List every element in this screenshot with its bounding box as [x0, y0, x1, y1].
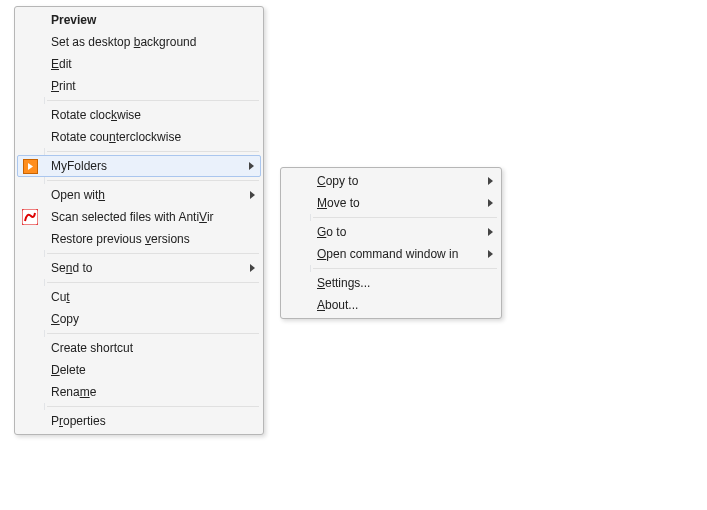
menu-separator — [47, 180, 259, 181]
submenu-arrow-icon — [488, 250, 493, 258]
submenu-item-move-to[interactable]: Move to — [283, 192, 499, 214]
menu-item-scan-antivir[interactable]: Scan selected files with AntiVir — [17, 206, 261, 228]
menu-label: Restore previous versions — [43, 232, 243, 246]
menu-label: Move to — [309, 196, 481, 210]
antivir-icon — [22, 209, 38, 225]
menu-label: Settings... — [309, 276, 481, 290]
menu-separator — [47, 151, 259, 152]
menu-label: Send to — [43, 261, 243, 275]
menu-item-rotate-cw[interactable]: Rotate clockwise — [17, 104, 261, 126]
menu-label: Rotate counterclockwise — [43, 130, 243, 144]
submenu-item-go-to[interactable]: Go to — [283, 221, 499, 243]
menu-label: Open command window in — [309, 247, 481, 261]
menu-label: Rotate clockwise — [43, 108, 243, 122]
menu-item-set-desktop-background[interactable]: Set as desktop background — [17, 31, 261, 53]
myfolders-icon — [23, 159, 38, 174]
menu-separator — [47, 333, 259, 334]
icon-slot — [17, 9, 43, 31]
submenu-item-settings[interactable]: Settings... — [283, 272, 499, 294]
menu-label: Create shortcut — [43, 341, 243, 355]
menu-label: Copy — [43, 312, 243, 326]
menu-item-send-to[interactable]: Send to — [17, 257, 261, 279]
menu-separator — [47, 406, 259, 407]
menu-separator — [313, 268, 497, 269]
menu-label: Open with — [43, 188, 243, 202]
menu-label: Set as desktop background — [43, 35, 243, 49]
menu-label: Go to — [309, 225, 481, 239]
submenu-item-open-cmd[interactable]: Open command window in — [283, 243, 499, 265]
menu-item-print[interactable]: Print — [17, 75, 261, 97]
menu-label: About... — [309, 298, 481, 312]
menu-item-open-with[interactable]: Open with — [17, 184, 261, 206]
menu-label: Print — [43, 79, 243, 93]
menu-separator — [313, 217, 497, 218]
menu-item-copy[interactable]: Copy — [17, 308, 261, 330]
menu-label: Preview — [43, 13, 243, 27]
submenu-arrow-icon — [249, 162, 254, 170]
submenu-item-about[interactable]: About... — [283, 294, 499, 316]
menu-separator — [47, 100, 259, 101]
menu-label: Scan selected files with AntiVir — [43, 210, 243, 224]
submenu-item-copy-to[interactable]: Copy to — [283, 170, 499, 192]
menu-item-delete[interactable]: Delete — [17, 359, 261, 381]
menu-label: Edit — [43, 57, 243, 71]
submenu-arrow-icon — [488, 177, 493, 185]
menu-label: MyFolders — [43, 159, 242, 173]
menu-item-myfolders[interactable]: MyFolders — [17, 155, 261, 177]
menu-item-preview[interactable]: Preview — [17, 9, 261, 31]
context-menu-submenu: Copy to Move to Go to Open command windo… — [280, 167, 502, 319]
menu-item-create-shortcut[interactable]: Create shortcut — [17, 337, 261, 359]
menu-label: Copy to — [309, 174, 481, 188]
menu-item-properties[interactable]: Properties — [17, 410, 261, 432]
menu-separator — [47, 253, 259, 254]
menu-item-edit[interactable]: Edit — [17, 53, 261, 75]
menu-label: Delete — [43, 363, 243, 377]
menu-label: Cut — [43, 290, 243, 304]
menu-separator — [47, 282, 259, 283]
menu-item-rotate-ccw[interactable]: Rotate counterclockwise — [17, 126, 261, 148]
menu-item-cut[interactable]: Cut — [17, 286, 261, 308]
submenu-arrow-icon — [488, 228, 493, 236]
menu-label: Rename — [43, 385, 243, 399]
submenu-arrow-icon — [250, 264, 255, 272]
menu-item-restore-versions[interactable]: Restore previous versions — [17, 228, 261, 250]
menu-item-rename[interactable]: Rename — [17, 381, 261, 403]
submenu-arrow-icon — [250, 191, 255, 199]
svg-rect-0 — [22, 209, 38, 225]
submenu-arrow-icon — [488, 199, 493, 207]
context-menu-main: Preview Set as desktop background Edit P… — [14, 6, 264, 435]
menu-label: Properties — [43, 414, 243, 428]
